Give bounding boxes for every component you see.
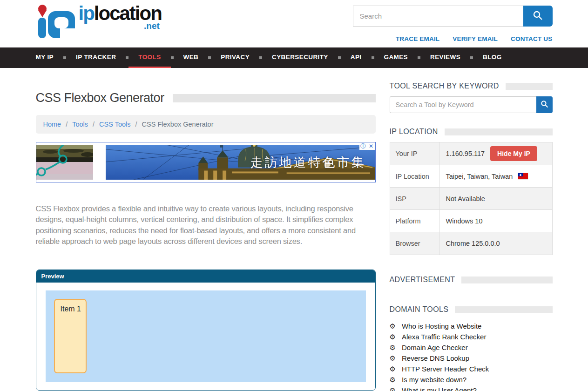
logo-text: iplocation .net	[79, 4, 162, 30]
domain-tool-http-header-link[interactable]: HTTP Server Header Check	[402, 365, 489, 373]
nav-item-tools[interactable]: TOOLS	[128, 47, 170, 68]
ip-location-value: Taipei, Taiwan, Taiwan	[446, 173, 513, 180]
tool-search-input[interactable]	[390, 96, 536, 113]
nav-item-cybersecurity[interactable]: CYBERSECURITY	[262, 47, 338, 68]
list-item[interactable]: ⚙ HTTP Server Header Check	[390, 365, 553, 373]
your-ip-value: 1.160.95.117	[446, 150, 485, 157]
ad-left-image	[36, 145, 93, 180]
domain-tool-website-down-link[interactable]: Is my website down?	[402, 376, 466, 384]
nav-item-api[interactable]: API	[341, 47, 372, 68]
header-links: TRACE EMAIL VERIFY EMAIL CONTACT US	[396, 35, 553, 42]
tool-search-heading: TOOL SEARCH BY KEYWORD	[390, 82, 553, 90]
gear-icon: ⚙	[390, 333, 396, 341]
list-item[interactable]: ⚙ Domain Age Checker	[390, 344, 553, 351]
breadcrumb-tools[interactable]: Tools	[72, 121, 88, 128]
page-title: CSS Flexbox Generator	[36, 91, 164, 105]
sidebar: TOOL SEARCH BY KEYWORD IP LOCATION Your …	[390, 68, 553, 391]
preview-panel-header: Preview	[36, 270, 375, 283]
search-icon	[541, 100, 548, 109]
gear-icon: ⚙	[390, 344, 396, 351]
site-logo[interactable]: iplocation .net	[36, 4, 162, 47]
ad-info-icon[interactable]: ⓘ	[359, 142, 367, 150]
list-item[interactable]: ⚙ Is my website down?	[390, 376, 553, 384]
ad-close-icon[interactable]: ✕	[367, 142, 375, 150]
nav-item-privacy[interactable]: PRIVACY	[211, 47, 259, 68]
gear-icon: ⚙	[390, 322, 396, 330]
domain-tool-hosting-link[interactable]: Who is Hosting a Website	[402, 323, 481, 330]
main-nav: MY IP IP TRACKER TOOLS WEB PRIVACY CYBER…	[0, 47, 588, 68]
platform-value: Windows 10	[446, 217, 483, 225]
domain-tools-list: ⚙ Who is Hosting a Website ⚙ Alexa Traff…	[390, 322, 553, 391]
site-header: iplocation .net TRACE EMAIL VERIFY EMAIL	[0, 0, 588, 47]
ip-location-table: Your IP 1.160.95.117 Hide My IP IP Locat…	[390, 142, 553, 255]
gear-icon: ⚙	[390, 376, 396, 384]
nav-item-my-ip[interactable]: MY IP	[36, 47, 64, 68]
list-item[interactable]: ⚙ Who is Hosting a Website	[390, 322, 553, 330]
heading-decorative-bar	[506, 83, 553, 90]
table-row-browser: Browser Chrome 125.0.0.0	[390, 232, 552, 255]
nav-item-games[interactable]: GAMES	[374, 47, 418, 68]
domain-tool-alexa-link[interactable]: Alexa Traffic Rank Checker	[402, 333, 486, 341]
preview-panel-body: Item 1	[36, 283, 375, 390]
gear-icon: ⚙	[390, 365, 396, 373]
table-row-ip-location: IP Location Taipei, Taiwan, Taiwan	[390, 165, 552, 188]
browser-value: Chrome 125.0.0.0	[446, 240, 500, 247]
flexbox-preview-container: Item 1	[46, 290, 366, 382]
header-search-button[interactable]	[523, 6, 553, 27]
hide-my-ip-button[interactable]: Hide My IP	[490, 146, 537, 161]
header-search	[353, 6, 553, 27]
domain-tool-reverse-dns-link[interactable]: Reverse DNS Lookup	[402, 355, 469, 362]
list-item[interactable]: ⚙ Reverse DNS Lookup	[390, 354, 553, 362]
nav-item-blog[interactable]: BLOG	[473, 47, 512, 68]
gear-icon: ⚙	[390, 386, 396, 391]
ad-overlay-text: 走訪地道特色市集	[250, 154, 366, 171]
domain-tools-heading: DOMAIN TOOLS	[390, 305, 553, 314]
gear-icon: ⚙	[390, 354, 396, 362]
contact-us-link[interactable]: CONTACT US	[511, 35, 553, 42]
advertisement-heading: ADVERTISEMENT	[390, 276, 553, 284]
breadcrumb-css-tools[interactable]: CSS Tools	[99, 121, 130, 128]
isp-value: Not Available	[446, 195, 485, 202]
nav-item-ip-tracker[interactable]: IP TRACKER	[66, 47, 126, 68]
table-row-platform: Platform Windows 10	[390, 210, 552, 232]
flexbox-preview-item[interactable]: Item 1	[54, 299, 87, 373]
heading-decorative-bar	[455, 306, 552, 313]
main-content: CSS Flexbox Generator Home / Tools / CSS…	[36, 68, 376, 391]
heading-decorative-bar	[445, 128, 553, 135]
breadcrumb: Home / Tools / CSS Tools / CSS Flexbox G…	[36, 115, 376, 134]
header-search-input[interactable]	[353, 6, 523, 27]
preview-panel: Preview Item 1	[36, 270, 376, 391]
breadcrumb-current: CSS Flexbox Generator	[142, 121, 214, 128]
table-row-your-ip: Your IP 1.160.95.117 Hide My IP	[390, 142, 552, 165]
nav-item-web[interactable]: WEB	[174, 47, 209, 68]
taiwan-flag-icon	[518, 173, 528, 179]
verify-email-link[interactable]: VERIFY EMAIL	[453, 35, 498, 42]
nav-item-reviews[interactable]: REVIEWS	[420, 47, 470, 68]
tool-search	[390, 96, 553, 113]
trace-email-link[interactable]: TRACE EMAIL	[396, 35, 439, 42]
list-item[interactable]: ⚙ Alexa Traffic Rank Checker	[390, 333, 553, 341]
list-item[interactable]: ⚙ What is my User Agent?	[390, 386, 553, 391]
tool-search-button[interactable]	[536, 96, 553, 113]
search-icon	[533, 10, 543, 22]
ad-banner[interactable]: 走訪地道特色市集 ⓘ ✕	[36, 142, 376, 182]
tool-description: CSS Flexbox provides a flexible and intu…	[36, 203, 376, 247]
table-row-isp: ISP Not Available	[390, 188, 552, 210]
ip-location-heading: IP LOCATION	[390, 128, 553, 136]
domain-tool-user-agent-link[interactable]: What is my User Agent?	[402, 387, 477, 391]
breadcrumb-home[interactable]: Home	[43, 121, 61, 128]
heading-decorative-bar	[461, 276, 552, 283]
logo-ip-icon	[36, 4, 77, 42]
title-decorative-bar	[173, 94, 376, 102]
domain-tool-age-link[interactable]: Domain Age Checker	[402, 344, 468, 351]
